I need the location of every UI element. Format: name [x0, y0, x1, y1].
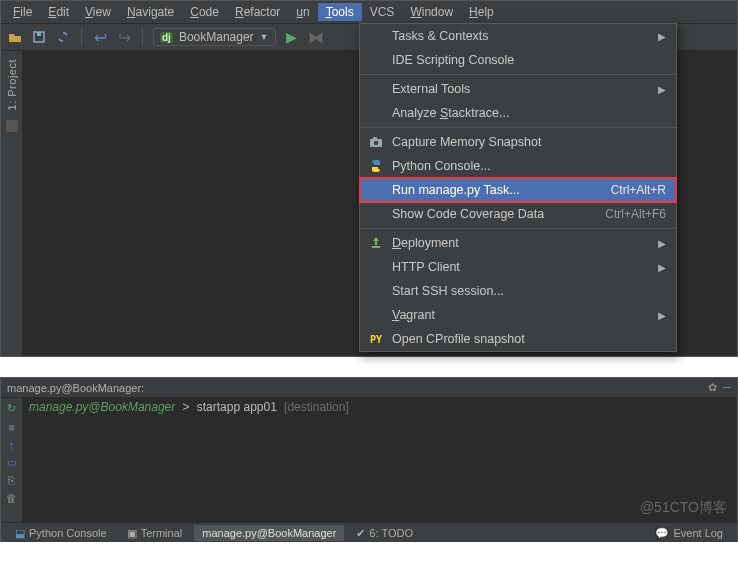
- event-log-button[interactable]: 💬 Event Log: [647, 525, 731, 542]
- chevron-right-icon: ▶: [658, 31, 666, 42]
- debug-icon[interactable]: ⧓: [308, 29, 324, 45]
- menu-help[interactable]: Help: [461, 3, 502, 21]
- status-bar: ⬓Python Console▣Terminalmanage.py@BookMa…: [1, 522, 737, 542]
- undo-icon[interactable]: ↩: [92, 29, 108, 45]
- terminal-command: startapp app01: [197, 400, 277, 414]
- camera-icon: [368, 134, 384, 150]
- layout-icon[interactable]: ▭: [7, 457, 16, 468]
- menu-run[interactable]: un: [288, 3, 317, 21]
- minimize-icon[interactable]: ─: [723, 381, 731, 394]
- svg-rect-1: [37, 32, 41, 36]
- svg-rect-5: [372, 246, 380, 248]
- panel-gutter: ↻ ■ ↑ ▭ ⎘ 🗑: [1, 398, 23, 522]
- run-config-selector[interactable]: dj BookManager ▼: [153, 28, 276, 46]
- menu-item-http-client[interactable]: HTTP Client▶: [360, 255, 676, 279]
- blank-icon: [368, 307, 384, 323]
- menu-item-label: Open CProfile snapshot: [392, 332, 666, 346]
- rerun-icon[interactable]: ↻: [7, 402, 16, 415]
- menu-file[interactable]: File: [5, 3, 40, 21]
- menu-item-analyze-stacktrace[interactable]: Analyze Stacktrace...: [360, 101, 676, 125]
- menu-item-label: IDE Scripting Console: [392, 53, 666, 67]
- menu-item-label: Analyze Stacktrace...: [392, 106, 666, 120]
- menu-code[interactable]: Code: [182, 3, 227, 21]
- status-tab-6-todo[interactable]: ✔6: TODO: [348, 525, 421, 542]
- menu-item-label: Deployment: [392, 236, 650, 250]
- terminal-hint: [destination]: [284, 400, 349, 414]
- menu-vcs[interactable]: VCS: [362, 3, 403, 21]
- menu-refactor[interactable]: Refactor: [227, 3, 288, 21]
- menu-item-label: Python Console...: [392, 159, 666, 173]
- menu-item-run-manage-py-task[interactable]: Run manage.py Task...Ctrl+Alt+R: [360, 178, 676, 202]
- menu-separator: [360, 74, 676, 75]
- menu-item-open-cprofile-snapshot[interactable]: PYOpen CProfile snapshot: [360, 327, 676, 351]
- status-tab-terminal[interactable]: ▣Terminal: [119, 525, 191, 542]
- chevron-right-icon: ▶: [658, 262, 666, 273]
- panel-title: manage.py@BookManager:: [7, 382, 144, 394]
- menu-separator: [360, 127, 676, 128]
- todo-icon: ✔: [356, 527, 365, 540]
- py-icon: PY: [368, 331, 384, 347]
- menu-navigate[interactable]: Navigate: [119, 3, 182, 21]
- structure-tool-tab[interactable]: [6, 120, 18, 132]
- menu-item-tasks-contexts[interactable]: Tasks & Contexts▶: [360, 24, 676, 48]
- django-icon: dj: [160, 32, 173, 43]
- status-tab-manage-py-bookmanager[interactable]: manage.py@BookManager: [194, 525, 344, 541]
- trash-icon[interactable]: 🗑: [6, 492, 17, 504]
- menu-window[interactable]: Window: [402, 3, 461, 21]
- menu-item-label: Capture Memory Snapshot: [392, 135, 666, 149]
- menu-view[interactable]: View: [77, 3, 119, 21]
- sync-icon[interactable]: [55, 29, 71, 45]
- menu-item-label: Tasks & Contexts: [392, 29, 650, 43]
- menu-item-ide-scripting-console[interactable]: IDE Scripting Console: [360, 48, 676, 72]
- menu-shortcut: Ctrl+Alt+R: [611, 183, 666, 197]
- menu-tools[interactable]: Tools: [318, 3, 362, 21]
- menu-item-vagrant[interactable]: Vagrant▶: [360, 303, 676, 327]
- blank-icon: [368, 182, 384, 198]
- panel-body: ↻ ■ ↑ ▭ ⎘ 🗑 manage.py@BookManager > star…: [1, 398, 737, 522]
- run-config-label: BookManager: [179, 30, 254, 44]
- up-icon[interactable]: ↑: [9, 439, 15, 451]
- menu-item-external-tools[interactable]: External Tools▶: [360, 77, 676, 101]
- toolbar-divider: [142, 28, 143, 46]
- deploy-icon: [368, 235, 384, 251]
- menu-shortcut: Ctrl+Alt+F6: [605, 207, 666, 221]
- chevron-right-icon: ▶: [658, 238, 666, 249]
- menu-item-label: Start SSH session...: [392, 284, 666, 298]
- toolbar-divider: [81, 28, 82, 46]
- menu-bar: FileEditViewNavigateCodeRefactorunToolsV…: [1, 1, 737, 23]
- stop-icon[interactable]: ■: [8, 421, 15, 433]
- menu-item-label: Run manage.py Task...: [392, 183, 603, 197]
- menu-item-capture-memory-snapshot[interactable]: Capture Memory Snapshot: [360, 130, 676, 154]
- open-icon[interactable]: [7, 29, 23, 45]
- blank-icon: [368, 28, 384, 44]
- menu-item-label: Show Code Coverage Data: [392, 207, 597, 221]
- menu-item-deployment[interactable]: Deployment▶: [360, 231, 676, 255]
- menu-edit[interactable]: Edit: [40, 3, 77, 21]
- settings-icon[interactable]: ✿: [708, 381, 717, 394]
- terminal-prompt: manage.py@BookManager: [29, 400, 175, 414]
- run-icon[interactable]: ▶: [284, 29, 300, 45]
- redo-icon[interactable]: ↪: [116, 29, 132, 45]
- project-tool-tab[interactable]: 1: Project: [6, 55, 18, 114]
- save-all-icon[interactable]: [31, 29, 47, 45]
- blank-icon: [368, 206, 384, 222]
- svg-rect-4: [373, 137, 377, 140]
- terminal-output[interactable]: manage.py@BookManager > startapp app01 […: [23, 398, 737, 522]
- ide-main-window: FileEditViewNavigateCodeRefactorunToolsV…: [0, 0, 738, 357]
- python-icon: [368, 158, 384, 174]
- balloon-icon: 💬: [655, 527, 669, 540]
- blank-icon: [368, 283, 384, 299]
- menu-item-start-ssh-session[interactable]: Start SSH session...: [360, 279, 676, 303]
- managepy-panel-window: manage.py@BookManager: ✿ ─ ↻ ■ ↑ ▭ ⎘ 🗑 m…: [0, 377, 738, 542]
- chevron-down-icon: ▼: [260, 32, 269, 42]
- export-icon[interactable]: ⎘: [8, 474, 15, 486]
- blank-icon: [368, 52, 384, 68]
- status-tab-python-console[interactable]: ⬓Python Console: [7, 525, 115, 542]
- blank-icon: [368, 81, 384, 97]
- menu-separator: [360, 228, 676, 229]
- menu-item-label: Vagrant: [392, 308, 650, 322]
- menu-item-python-console[interactable]: Python Console...: [360, 154, 676, 178]
- terminal-icon: ▣: [127, 527, 137, 540]
- menu-item-show-code-coverage-data[interactable]: Show Code Coverage DataCtrl+Alt+F6: [360, 202, 676, 226]
- blank-icon: [368, 259, 384, 275]
